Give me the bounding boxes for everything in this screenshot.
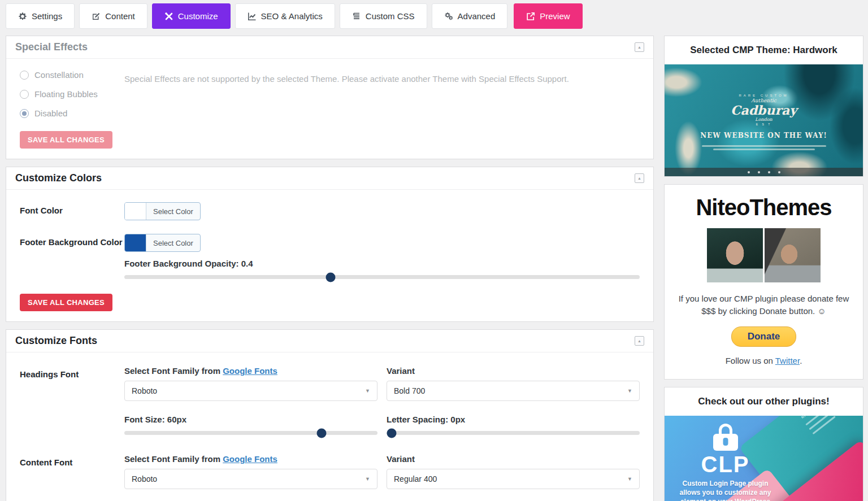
font-color-row: Font Color Select Color <box>20 202 640 220</box>
footer-opacity-block: Footer Background Opacity: 0.4 <box>124 259 640 279</box>
color-swatch <box>125 203 146 220</box>
footer-opacity-label: Footer Background Opacity: 0.4 <box>124 259 640 268</box>
donate-text: If you love our CMP plugin please donate… <box>678 293 849 317</box>
font-color-picker-button[interactable]: Select Color <box>124 202 201 220</box>
panel-header: Customize Fonts ▲ <box>6 330 653 352</box>
font-family-label: Select Font Family from Google Fonts <box>124 366 377 376</box>
tab-label: Settings <box>32 11 62 21</box>
panel-title: Customize Colors <box>15 172 102 184</box>
other-plugins-title: Check out our other plugins! <box>665 387 863 416</box>
lock-icon <box>713 424 739 451</box>
headings-font-label: Headings Font <box>20 366 124 435</box>
main-content: Special Effects ▲ Constellation Floating… <box>6 36 654 501</box>
tab-customize[interactable]: Customize <box>152 3 231 29</box>
headings-font-family-select[interactable]: Roboto ▼ <box>124 381 377 401</box>
radio-constellation[interactable]: Constellation <box>20 70 124 80</box>
clp-logo-text: CLP <box>665 452 786 477</box>
collapse-icon[interactable]: ▲ <box>635 42 644 52</box>
select-value: Roboto <box>132 474 157 483</box>
plugins-box: Check out our other plugins! NITEOTHEMES… <box>664 387 863 501</box>
gear-icon <box>18 12 27 21</box>
radio-label: Floating Bubbles <box>34 89 98 99</box>
clp-description: Custom Login Page plugin allows you to c… <box>665 479 786 501</box>
tools-icon <box>164 12 173 21</box>
slider-thumb[interactable] <box>387 428 396 438</box>
slider-thumb[interactable] <box>326 272 335 282</box>
tab-seo-analytics[interactable]: SEO & Analytics <box>235 3 335 29</box>
chart-icon <box>248 12 257 21</box>
select-value: Bold 700 <box>394 386 425 395</box>
select-color-label: Select Color <box>146 203 200 220</box>
font-color-label: Font Color <box>20 202 124 220</box>
headings-font-size-label: Font Size: 60px <box>124 415 377 424</box>
tab-content[interactable]: Content <box>79 3 147 29</box>
content-font-row: Content Font Select Font Family from Goo… <box>20 454 640 501</box>
panel-customize-fonts: Customize Fonts ▲ Headings Font Select F… <box>6 329 654 501</box>
radio-icon[interactable] <box>20 71 29 80</box>
gears-icon <box>444 12 453 21</box>
tab-label: Advanced <box>458 11 496 21</box>
radio-icon[interactable] <box>20 109 29 118</box>
panel-header: Customize Colors ▲ <box>6 167 653 190</box>
color-swatch <box>125 234 146 251</box>
theme-paragraph-placeholder <box>699 143 829 152</box>
content-variant-select[interactable]: Regular 400 ▼ <box>387 469 640 489</box>
headings-font-row: Headings Font Select Font Family from Go… <box>20 366 640 435</box>
google-fonts-link[interactable]: Google Fonts <box>223 366 277 376</box>
selected-theme-title: Selected CMP Theme: Hardwork <box>665 36 863 64</box>
sidebar: Selected CMP Theme: Hardwork RARE CUSTOM… <box>664 36 863 501</box>
chevron-down-icon: ▼ <box>365 388 370 394</box>
tab-label: SEO & Analytics <box>261 11 323 21</box>
team-photos <box>678 228 849 282</box>
variant-label: Variant <box>387 366 640 376</box>
tab-label: Content <box>105 11 135 21</box>
radio-label: Constellation <box>34 70 84 80</box>
theme-logo-main: Cadburay <box>731 104 797 116</box>
tab-custom-css[interactable]: Custom CSS <box>340 3 427 29</box>
footer-opacity-slider[interactable] <box>124 275 640 279</box>
radio-floating-bubbles[interactable]: Floating Bubbles <box>20 89 124 99</box>
theme-logo-script: Authentic <box>751 98 776 103</box>
special-effects-options: Constellation Floating Bubbles Disabled … <box>20 70 124 149</box>
edit-icon <box>92 12 101 21</box>
theme-logo-sub: London <box>755 117 772 122</box>
google-fonts-link[interactable]: Google Fonts <box>223 454 277 464</box>
footer-bg-color-label: Footer Background Color <box>20 234 124 252</box>
content-font-family-select[interactable]: Roboto ▼ <box>124 469 377 489</box>
tab-preview[interactable]: Preview <box>514 3 582 29</box>
tab-label: Custom CSS <box>366 11 415 21</box>
radio-disabled[interactable]: Disabled <box>20 108 124 118</box>
save-all-changes-button[interactable]: SAVE ALL CHANGES <box>20 294 112 311</box>
headings-font-size-slider[interactable] <box>124 431 377 435</box>
slider-thumb[interactable] <box>317 428 327 438</box>
team-photo-1 <box>707 228 763 282</box>
tab-label: Preview <box>540 11 570 21</box>
team-photo-2 <box>765 228 821 282</box>
theme-logo-arc: RARE CUSTOM <box>739 94 788 97</box>
headings-letter-spacing-slider[interactable] <box>387 431 640 435</box>
headings-variant-select[interactable]: Bold 700 ▼ <box>387 381 640 401</box>
select-value: Roboto <box>132 386 157 395</box>
save-all-changes-button[interactable]: SAVE ALL CHANGES <box>20 131 112 149</box>
twitter-link[interactable]: Twitter <box>775 356 800 365</box>
clp-plugin-banner[interactable]: NITEOTHEMES CLP Custom Login Page plugin… <box>665 416 863 501</box>
headings-letter-spacing-label: Letter Spacing: 0px <box>387 415 640 424</box>
panel-title: Special Effects <box>15 41 88 53</box>
collapse-icon[interactable]: ▲ <box>635 336 644 346</box>
theme-preview-image: RARE CUSTOM Authentic Cadburay London E … <box>665 64 863 176</box>
panel-customize-colors: Customize Colors ▲ Font Color Select Col… <box>6 167 654 322</box>
theme-social-strip <box>665 168 863 176</box>
chevron-down-icon: ▼ <box>627 476 632 482</box>
footer-bg-color-picker-button[interactable]: Select Color <box>124 234 201 252</box>
font-family-label: Select Font Family from Google Fonts <box>124 454 377 464</box>
external-link-icon <box>526 12 535 21</box>
tab-settings[interactable]: Settings <box>6 3 75 29</box>
chevron-down-icon: ▼ <box>627 388 632 394</box>
select-color-label: Select Color <box>146 234 200 251</box>
radio-icon[interactable] <box>20 90 29 99</box>
tab-advanced[interactable]: Advanced <box>432 3 508 29</box>
collapse-icon[interactable]: ▲ <box>635 173 644 183</box>
donate-button[interactable]: Donate <box>731 326 797 347</box>
top-tab-bar: Settings Content Customize SEO & Analyti… <box>0 0 868 29</box>
theme-box: Selected CMP Theme: Hardwork RARE CUSTOM… <box>664 36 863 177</box>
